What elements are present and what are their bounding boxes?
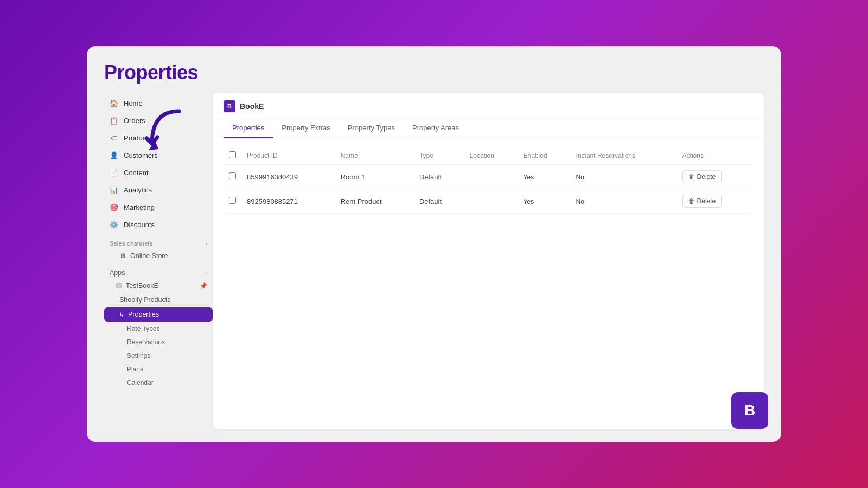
settings-label: Settings <box>127 352 150 359</box>
panel-header: B BookE <box>213 93 764 118</box>
reservations-label: Reservations <box>127 338 165 346</box>
sidebar-item-settings[interactable]: Settings <box>104 349 213 362</box>
col-type: Type <box>414 147 464 165</box>
row2-actions: 🗑 Delete <box>677 189 753 214</box>
row2-instant-reservations: No <box>571 189 677 214</box>
row1-instant-reservations: No <box>571 165 677 189</box>
app-dot-icon <box>116 283 122 288</box>
col-name: Name <box>335 147 414 165</box>
main-card: Properties 🏠 Home 📋 Orders 🏷 Products 👤 … <box>87 46 781 442</box>
content-icon: 📄 <box>110 168 118 177</box>
booke-logo: B <box>224 100 235 112</box>
online-store-icon: 🖥 <box>119 252 126 260</box>
arrow-decoration <box>141 106 190 165</box>
row2-delete-button[interactable]: 🗑 Delete <box>682 195 722 208</box>
marketing-icon: 🎯 <box>110 203 118 211</box>
col-actions: Actions <box>677 147 753 165</box>
bottom-logo-text: B <box>744 402 755 419</box>
properties-table: Product ID Name Type Location <box>224 147 753 214</box>
sidebar-item-properties[interactable]: ↳ Properties <box>104 307 213 322</box>
discounts-icon: ⚙️ <box>110 220 118 229</box>
col-product-id: Product ID <box>241 147 335 165</box>
row1-name: Room 1 <box>335 165 414 189</box>
sales-channels-chevron-icon: › <box>206 241 207 247</box>
trash-icon: 🗑 <box>688 173 695 181</box>
trash-icon-2: 🗑 <box>688 197 695 205</box>
row1-checkbox-cell <box>224 165 241 189</box>
tab-bar: Properties Property Extras Property Type… <box>213 118 764 138</box>
home-icon: 🏠 <box>110 99 118 107</box>
row1-enabled: Yes <box>518 165 571 189</box>
row2-type: Default <box>414 189 464 214</box>
col-checkbox <box>224 147 241 165</box>
sidebar-label-content: Content <box>124 169 149 177</box>
sidebar-item-content[interactable]: 📄 Content <box>104 164 213 181</box>
sidebar-item-discounts[interactable]: ⚙️ Discounts <box>104 216 213 233</box>
page-title: Properties <box>104 61 764 84</box>
row2-checkbox[interactable] <box>229 197 236 204</box>
main-panel: B BookE Properties Property Extras Prope… <box>213 93 764 429</box>
sidebar-item-reservations[interactable]: Reservations <box>104 336 213 349</box>
sidebar-item-rate-types[interactable]: Rate Types <box>104 322 213 335</box>
booke-logo-text: B <box>227 103 232 110</box>
sidebar-item-calendar[interactable]: Calendar <box>104 376 213 389</box>
sidebar-label-analytics: Analytics <box>124 186 152 194</box>
analytics-icon: 📊 <box>110 185 118 194</box>
tab-property-areas[interactable]: Property Areas <box>404 118 468 138</box>
col-enabled: Enabled <box>518 147 571 165</box>
apps-chevron-icon: › <box>206 270 207 276</box>
col-instant-reservations: Instant Reservations <box>571 147 677 165</box>
sidebar-item-online-store[interactable]: 🖥 Online Store <box>104 249 213 263</box>
sidebar-item-marketing[interactable]: 🎯 Marketing <box>104 199 213 215</box>
calendar-label: Calendar <box>127 379 154 387</box>
tab-properties[interactable]: Properties <box>224 118 273 138</box>
row1-actions: 🗑 Delete <box>677 165 753 189</box>
row2-product-id: 8925980885271 <box>241 189 335 214</box>
table-header-row: Product ID Name Type Location <box>224 147 753 165</box>
sidebar-label-discounts: Discounts <box>124 221 155 229</box>
apps-label: Apps <box>110 269 125 277</box>
table-row: 8599916380439 Room 1 Default Yes No <box>224 165 753 189</box>
plans-label: Plans <box>127 365 143 373</box>
row1-product-id: 8599916380439 <box>241 165 335 189</box>
panel-header-title: BookE <box>240 102 264 111</box>
row1-location <box>464 165 518 189</box>
testbooke-pin-icon: 📌 <box>200 282 207 290</box>
row2-name: Rent Product <box>335 189 414 214</box>
sidebar-label-marketing: Marketing <box>124 203 155 211</box>
rate-types-label: Rate Types <box>127 325 159 332</box>
row1-type: Default <box>414 165 464 189</box>
sidebar-item-shopify-products[interactable]: Shopify Products <box>104 293 213 307</box>
col-location: Location <box>464 147 518 165</box>
tab-property-extras[interactable]: Property Extras <box>273 118 339 138</box>
row2-enabled: Yes <box>518 189 571 214</box>
sidebar-label-home: Home <box>124 99 143 107</box>
sales-channels-section[interactable]: Sales channels › <box>104 234 213 249</box>
tab-property-types[interactable]: Property Types <box>339 118 404 138</box>
sidebar-item-analytics[interactable]: 📊 Analytics <box>104 182 213 198</box>
customers-icon: 👤 <box>110 151 118 159</box>
online-store-label: Online Store <box>130 252 168 260</box>
table-row: 8925980885271 Rent Product Default Yes N… <box>224 189 753 214</box>
arrow-right-icon: ↳ <box>119 312 124 318</box>
testbooke-label: TestBookE <box>126 282 158 290</box>
properties-label: Properties <box>128 311 159 318</box>
row2-location <box>464 189 518 214</box>
sidebar-item-plans[interactable]: Plans <box>104 363 213 376</box>
bottom-logo: B <box>731 392 768 429</box>
sales-channels-label: Sales channels <box>110 240 153 247</box>
shopify-label: Shopify Products <box>119 296 171 304</box>
orders-icon: 📋 <box>110 116 118 125</box>
table-container: Product ID Name Type Location <box>213 138 764 222</box>
row1-delete-button[interactable]: 🗑 Delete <box>682 170 722 183</box>
select-all-checkbox[interactable] <box>229 151 236 158</box>
apps-section-header[interactable]: Apps › <box>104 264 213 279</box>
row1-checkbox[interactable] <box>229 172 236 179</box>
row2-checkbox-cell <box>224 189 241 214</box>
products-icon: 🏷 <box>110 133 118 142</box>
sidebar-item-testbooke[interactable]: TestBookE 📌 <box>104 279 213 293</box>
content-area: 🏠 Home 📋 Orders 🏷 Products 👤 Customers 📄… <box>104 93 764 429</box>
